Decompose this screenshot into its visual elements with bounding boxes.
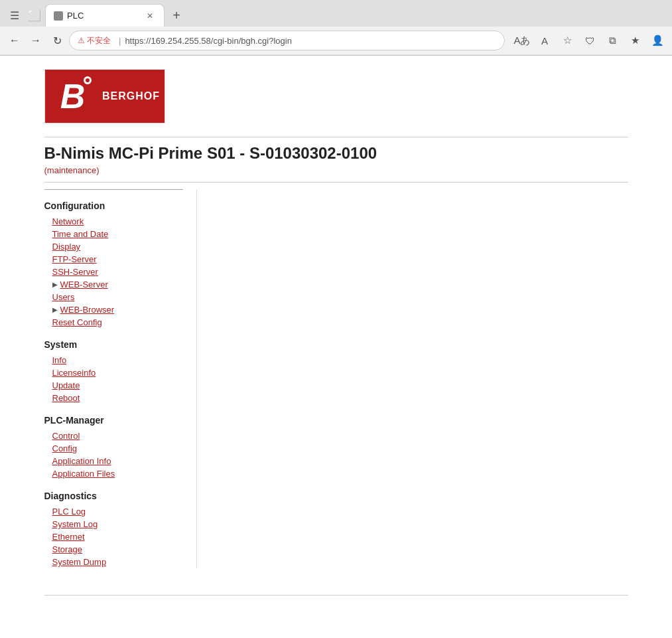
arrow-icon-web-browser: ▶ bbox=[52, 306, 58, 313]
sidebar-link-storage[interactable]: Storage bbox=[52, 544, 83, 554]
tab-favicon bbox=[54, 11, 63, 21]
sidebar-item-network[interactable]: Network bbox=[44, 215, 183, 228]
sidebar-link-web-browser[interactable]: WEB-Browser bbox=[60, 305, 115, 315]
translate-btn[interactable]: Aあ bbox=[513, 31, 531, 50]
download-fav-btn[interactable]: ★ bbox=[626, 31, 644, 50]
tab-bar: ☰ ⬜ PLC ✕ + bbox=[0, 0, 672, 27]
sidebar-item-web-browser[interactable]: ▶ WEB-Browser bbox=[44, 303, 183, 316]
url-separator: | bbox=[119, 36, 121, 46]
logo-section: B BERGHOF bbox=[44, 69, 628, 123]
browser-chrome: ☰ ⬜ PLC ✕ + ← → ↻ ⚠ 不安全 | https://169.25… bbox=[0, 0, 672, 56]
section-title-diagnostics: Diagnostics bbox=[44, 491, 183, 501]
active-tab[interactable]: PLC ✕ bbox=[45, 4, 165, 27]
sidebar-item-licenseinfo[interactable]: Licenseinfo bbox=[44, 366, 183, 379]
sidebar-item-ssh-server[interactable]: SSH-Server bbox=[44, 266, 183, 278]
sidebar-item-info[interactable]: Info bbox=[44, 354, 183, 366]
new-tab-btn[interactable]: + bbox=[167, 6, 186, 25]
page-container: B BERGHOF B-Nimis MC-Pi Prime S01 - S-01… bbox=[0, 56, 672, 638]
footer-divider bbox=[44, 595, 628, 596]
sidebar-link-config[interactable]: Config bbox=[52, 443, 78, 453]
security-warning: ⚠ 不安全 bbox=[78, 35, 111, 46]
section-title-configuration: Configuration bbox=[44, 200, 183, 211]
sidebar-link-network[interactable]: Network bbox=[52, 216, 84, 226]
sidebar-item-application-files[interactable]: Application Files bbox=[44, 467, 183, 480]
sidebar-link-display[interactable]: Display bbox=[52, 242, 81, 252]
logo-berghof: BERGHOF bbox=[98, 70, 165, 123]
warning-triangle: ⚠ bbox=[78, 36, 85, 45]
favorites-btn[interactable]: ☆ bbox=[558, 31, 576, 50]
sidebar-item-plc-log[interactable]: PLC Log bbox=[44, 505, 183, 518]
sidebar-item-update[interactable]: Update bbox=[44, 379, 183, 392]
sidebar-link-system-log[interactable]: System Log bbox=[52, 519, 98, 529]
split-btn[interactable]: ⧉ bbox=[603, 31, 622, 50]
sidebar-item-application-info[interactable]: Application Info bbox=[44, 455, 183, 467]
sidebar-link-ftp-server[interactable]: FTP-Server bbox=[52, 254, 97, 264]
sidebar-link-info[interactable]: Info bbox=[52, 355, 67, 365]
shield-btn[interactable]: 🛡 bbox=[580, 31, 599, 50]
main-layout: Configuration Network Time and Date Disp… bbox=[44, 189, 628, 568]
url-text: https://169.254.255.58/cgi-bin/bgh.cgi?l… bbox=[125, 36, 292, 46]
logo-b: B bbox=[45, 70, 98, 123]
sidebar-item-control[interactable]: Control bbox=[44, 430, 183, 442]
tab-close-btn[interactable]: ✕ bbox=[144, 10, 156, 22]
content-wrapper: B BERGHOF B-Nimis MC-Pi Prime S01 - S-01… bbox=[18, 56, 655, 615]
logo-letter: B bbox=[58, 79, 86, 114]
sidebar-link-control[interactable]: Control bbox=[52, 431, 80, 441]
sidebar-item-ftp-server[interactable]: FTP-Server bbox=[44, 253, 183, 266]
sidebar-link-reboot[interactable]: Reboot bbox=[52, 393, 80, 403]
content-divider bbox=[44, 182, 628, 183]
tab-title: PLC bbox=[67, 11, 84, 21]
section-title-plc-manager: PLC-Manager bbox=[44, 415, 183, 426]
sidebar-item-reset-config[interactable]: Reset Config bbox=[44, 316, 183, 329]
sidebar: Configuration Network Time and Date Disp… bbox=[44, 189, 197, 568]
header-divider bbox=[44, 137, 628, 137]
nav-bar: ← → ↻ ⚠ 不安全 | https://169.254.255.58/cgi… bbox=[0, 27, 672, 55]
sidebar-item-web-server[interactable]: ▶ WEB-Server bbox=[44, 278, 183, 291]
section-title-system: System bbox=[44, 339, 183, 350]
sidebar-link-ethernet[interactable]: Ethernet bbox=[52, 532, 85, 542]
reader-btn[interactable]: A bbox=[535, 31, 554, 50]
logo-brand: BERGHOF bbox=[102, 90, 160, 102]
sidebar-item-reboot[interactable]: Reboot bbox=[44, 392, 183, 404]
sidebar-link-ssh-server[interactable]: SSH-Server bbox=[52, 267, 98, 277]
sidebar-toggle-btn[interactable]: ☰ bbox=[5, 6, 24, 25]
sidebar-link-application-info[interactable]: Application Info bbox=[52, 456, 111, 466]
security-warning-text: 不安全 bbox=[87, 35, 111, 46]
logo-dot bbox=[84, 76, 92, 84]
sidebar-item-ethernet[interactable]: Ethernet bbox=[44, 530, 183, 543]
sidebar-item-system-log[interactable]: System Log bbox=[44, 518, 183, 530]
sidebar-item-display[interactable]: Display bbox=[44, 240, 183, 253]
nav-icons: Aあ A ☆ 🛡 ⧉ ★ 👤 bbox=[513, 31, 667, 50]
sidebar-link-web-server[interactable]: WEB-Server bbox=[60, 279, 108, 289]
sidebar-link-time-and-date[interactable]: Time and Date bbox=[52, 229, 109, 239]
main-content bbox=[197, 189, 628, 568]
sidebar-item-time-and-date[interactable]: Time and Date bbox=[44, 228, 183, 240]
address-bar[interactable]: ⚠ 不安全 | https://169.254.255.58/cgi-bin/b… bbox=[69, 31, 505, 50]
sidebar-link-system-dump[interactable]: System Dump bbox=[52, 557, 107, 567]
back-btn[interactable]: ← bbox=[5, 31, 24, 50]
sidebar-link-plc-log[interactable]: PLC Log bbox=[52, 507, 86, 517]
sidebar-link-reset-config[interactable]: Reset Config bbox=[52, 317, 102, 327]
refresh-btn[interactable]: ↻ bbox=[48, 31, 66, 50]
sidebar-link-update[interactable]: Update bbox=[52, 380, 80, 390]
sidebar-item-storage[interactable]: Storage bbox=[44, 543, 183, 556]
tab-strip-btn[interactable]: ⬜ bbox=[25, 6, 44, 25]
maintenance-label: (maintenance) bbox=[44, 165, 628, 175]
sidebar-link-licenseinfo[interactable]: Licenseinfo bbox=[52, 368, 96, 378]
sidebar-link-application-files[interactable]: Application Files bbox=[52, 469, 115, 479]
device-title: B-Nimis MC-Pi Prime S01 - S-01030302-010… bbox=[44, 144, 628, 163]
sidebar-link-users[interactable]: Users bbox=[52, 292, 75, 302]
sidebar-item-system-dump[interactable]: System Dump bbox=[44, 556, 183, 568]
sidebar-item-config[interactable]: Config bbox=[44, 442, 183, 455]
profile-btn[interactable]: 👤 bbox=[648, 31, 667, 50]
arrow-icon-web-server: ▶ bbox=[52, 281, 58, 288]
logo-block: B BERGHOF bbox=[44, 69, 165, 123]
sidebar-item-users[interactable]: Users bbox=[44, 291, 183, 303]
forward-btn[interactable]: → bbox=[27, 31, 45, 50]
